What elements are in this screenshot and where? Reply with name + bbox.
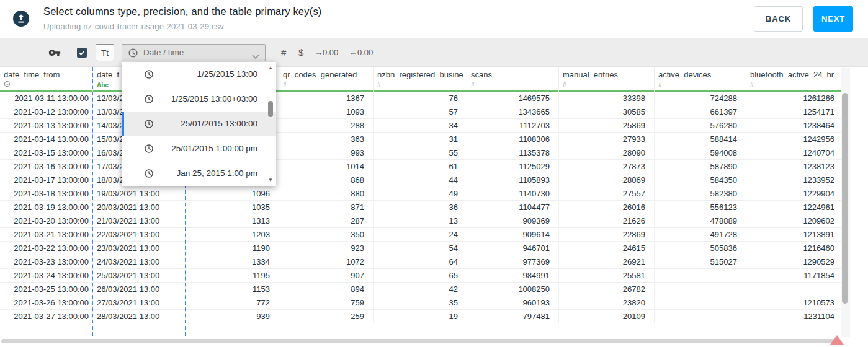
table-cell: 64 bbox=[374, 255, 467, 268]
scroll-down-icon[interactable]: ▼ bbox=[268, 177, 273, 183]
decrease-decimals-button[interactable]: ←0.00 bbox=[349, 38, 373, 67]
table-cell bbox=[655, 310, 746, 323]
table-cell: 2021-03-17 13:00:00 bbox=[0, 174, 93, 187]
table-cell: 27557 bbox=[559, 187, 655, 200]
table-cell: 923 bbox=[279, 242, 374, 255]
date-format-option[interactable]: 1/25/2015 13:00+03:00 bbox=[122, 87, 276, 112]
date-format-option[interactable]: 1/25/2015 13:00 bbox=[122, 62, 276, 87]
table-cell: 2021-03-16 13:00:00 bbox=[0, 160, 93, 173]
table-cell: 907 bbox=[279, 269, 374, 282]
table-cell: 2021-03-20 13:00:00 bbox=[0, 214, 93, 227]
table-cell: 1105893 bbox=[467, 174, 559, 187]
table-row: 2021-03-22 13:00:0023/03/2021 13:0011909… bbox=[0, 242, 844, 255]
table-cell: 1203 bbox=[186, 228, 279, 241]
table-cell: 31 bbox=[374, 133, 467, 146]
table-cell: 1093 bbox=[279, 105, 374, 118]
column-header-active_devices[interactable]: active_devices# bbox=[655, 67, 746, 92]
clock-icon bbox=[144, 144, 154, 154]
table-cell: 960193 bbox=[467, 296, 559, 309]
table-cell: 505836 bbox=[655, 242, 746, 255]
table-cell: 26782 bbox=[559, 283, 655, 296]
quality-bar bbox=[746, 90, 843, 92]
column-type-indicator: Abc bbox=[97, 82, 109, 89]
primary-key-icon[interactable] bbox=[48, 46, 61, 59]
table-cell: 1229904 bbox=[746, 187, 844, 200]
table-cell: 287 bbox=[279, 214, 374, 227]
table-cell: 594008 bbox=[655, 146, 746, 159]
table-cell: 909614 bbox=[467, 228, 559, 241]
table-cell: 797481 bbox=[467, 310, 559, 323]
table-cell: 1261266 bbox=[746, 92, 844, 105]
table-cell: 1072 bbox=[279, 255, 374, 268]
table-row: 2021-03-20 13:00:0021/03/2021 13:0013132… bbox=[0, 214, 844, 228]
back-button[interactable]: BACK bbox=[754, 6, 803, 32]
table-cell bbox=[655, 296, 746, 309]
table-cell: 363 bbox=[279, 133, 374, 146]
column-type-select[interactable]: Date / time bbox=[122, 44, 266, 61]
text-type-button[interactable]: Tt bbox=[96, 44, 114, 61]
table-cell: 22/03/2021 13:00 bbox=[93, 228, 186, 241]
column-header-qr_codes_generated[interactable]: qr_codes_generated# bbox=[279, 67, 374, 92]
table-cell: 588414 bbox=[655, 133, 746, 146]
table-cell: 1240704 bbox=[746, 146, 844, 159]
clock-icon bbox=[144, 69, 154, 79]
table-cell: 582380 bbox=[655, 187, 746, 200]
column-type-indicator: # bbox=[658, 82, 662, 89]
date-format-option[interactable]: Jan 25, 2015 1:00 pm bbox=[122, 161, 276, 186]
table-cell: 1233952 bbox=[746, 174, 844, 187]
table-cell: 2021-03-14 13:00:00 bbox=[0, 133, 93, 146]
column-name: nzbn_registered_busine bbox=[377, 70, 467, 79]
table-cell: 1343665 bbox=[467, 105, 559, 118]
table-cell: 1334 bbox=[186, 255, 279, 268]
table-cell: 28/03/2021 13:00 bbox=[93, 310, 186, 323]
table-cell: 1367 bbox=[279, 92, 374, 105]
table-cell: 2021-03-18 13:00:00 bbox=[0, 187, 93, 200]
date-format-option[interactable]: 25/01/2015 13:00:00 bbox=[122, 112, 276, 136]
dropdown-scrollbar[interactable]: ▲ ▼ bbox=[267, 64, 274, 184]
upload-cloud-icon bbox=[13, 11, 29, 27]
csv-import-wizard: Select columns type, precision, and the … bbox=[0, 0, 868, 347]
column-header-manual_entries[interactable]: manual_entries# bbox=[559, 67, 655, 92]
table-cell: 2021-03-19 13:00:00 bbox=[0, 201, 93, 214]
table-cell: 661397 bbox=[655, 105, 746, 118]
table-cell: 34 bbox=[374, 119, 467, 132]
date-format-options: 1/25/2015 13:001/25/2015 13:00+03:0025/0… bbox=[122, 62, 276, 186]
table-cell: 1209602 bbox=[746, 214, 844, 227]
next-button[interactable]: NEXT bbox=[813, 6, 853, 32]
column-header-scans[interactable]: scans# bbox=[467, 67, 559, 92]
column-header-nzbn_registered_busine[interactable]: nzbn_registered_busine# bbox=[374, 67, 467, 92]
quality-bar bbox=[0, 90, 92, 92]
table-cell: 24 bbox=[374, 228, 467, 241]
table-row: 2021-03-25 13:00:0026/03/2021 13:0011538… bbox=[0, 283, 844, 296]
horizontal-scroll-thumb[interactable] bbox=[1, 339, 835, 343]
date-format-label: 1/25/2015 13:00+03:00 bbox=[171, 87, 257, 112]
vertical-scrollbar[interactable] bbox=[841, 68, 850, 337]
include-column-checkbox[interactable] bbox=[77, 48, 87, 58]
table-cell: 25581 bbox=[559, 269, 655, 282]
vertical-scroll-thumb[interactable] bbox=[842, 93, 848, 304]
dropdown-scroll-thumb[interactable] bbox=[268, 101, 273, 117]
number-type-button[interactable]: # bbox=[281, 38, 286, 67]
table-cell: 76 bbox=[374, 92, 467, 105]
increase-decimals-button[interactable]: →0.00 bbox=[315, 38, 338, 67]
table-cell: 25869 bbox=[559, 119, 655, 132]
table-cell: 27/03/2021 13:00 bbox=[93, 296, 186, 309]
table-cell: 2021-03-12 13:00:00 bbox=[0, 105, 93, 118]
horizontal-scrollbar[interactable] bbox=[0, 338, 841, 345]
column-header-date_time_from[interactable]: date_time_from bbox=[0, 67, 93, 92]
table-row: 2021-03-21 13:00:0022/03/2021 13:0012033… bbox=[0, 228, 844, 242]
date-format-option[interactable]: 25/01/2015 1:00:00 pm bbox=[122, 136, 276, 161]
scroll-up-icon[interactable]: ▲ bbox=[268, 65, 273, 71]
table-cell: 772 bbox=[186, 296, 279, 309]
table-cell: 44 bbox=[374, 174, 467, 187]
column-header-bluetooth_active_24_hr_[interactable]: bluetooth_active_24_hr_# bbox=[746, 67, 844, 92]
table-cell: 2021-03-13 13:00:00 bbox=[0, 119, 93, 132]
clock-icon bbox=[144, 119, 154, 131]
clock-icon bbox=[144, 94, 154, 104]
table-cell: 1242956 bbox=[746, 133, 844, 146]
currency-type-button[interactable]: $ bbox=[298, 38, 303, 67]
app-header: Select columns type, precision, and the … bbox=[0, 0, 868, 38]
table-cell: 2021-03-24 13:00:00 bbox=[0, 269, 93, 282]
table-cell: 1195 bbox=[186, 269, 279, 282]
table-cell: 13 bbox=[374, 214, 467, 227]
